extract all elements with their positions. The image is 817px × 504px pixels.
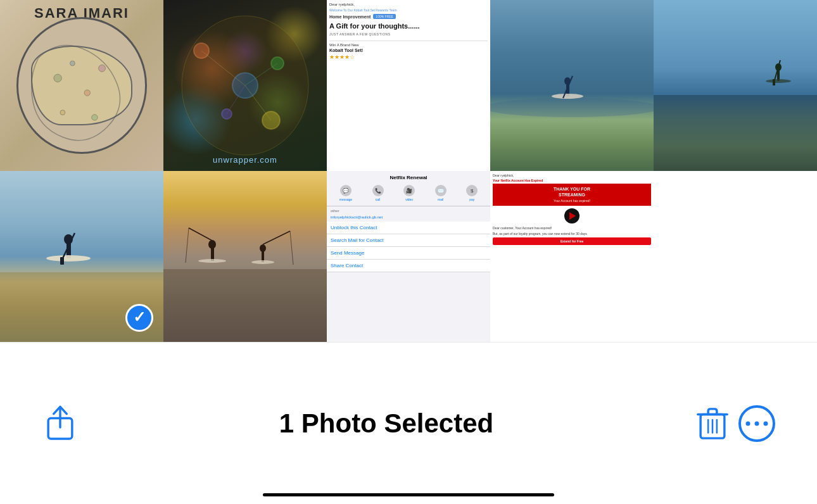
svg-point-55 [755, 421, 759, 425]
contact-email[interactable]: inforyelphi​ckscit@aulick.gb.net [327, 214, 490, 222]
svg-point-0 [54, 74, 61, 82]
svg-point-3 [98, 65, 105, 72]
photo-cell-9[interactable]: Dear ryelphick, Your Netflix Account Has… [490, 171, 654, 342]
contact-action-pay-label: pay [469, 198, 474, 201]
svg-point-54 [746, 421, 750, 425]
svg-point-1 [84, 90, 90, 96]
email-subtext: JUST ANSWER A FEW QUESTIONS [329, 32, 488, 36]
contact-menu-unblock[interactable]: Unblock this Contact [327, 222, 490, 234]
contact-action-video[interactable]: 🎥 video [403, 185, 415, 201]
svg-rect-34 [60, 257, 64, 265]
svg-rect-23 [654, 95, 817, 171]
svg-point-17 [490, 98, 654, 117]
svg-point-37 [208, 240, 216, 249]
email-win-text: Win A Brand New [329, 43, 488, 47]
photo-cell-2[interactable]: unwrapper.com [163, 0, 327, 171]
svg-point-20 [552, 94, 583, 99]
pay-icon: $ [466, 185, 478, 196]
svg-rect-35 [163, 269, 327, 342]
email-headline: A Gift for your thoughts...... [329, 22, 488, 30]
home-indicator [263, 493, 554, 496]
svg-line-41 [186, 228, 189, 263]
svg-point-2 [70, 61, 75, 66]
netflix-subject: Your Netflix Account Has Expired [493, 179, 651, 182]
photo-cell-4[interactable] [490, 0, 654, 171]
mail-icon: ✉️ [435, 185, 446, 196]
contact-action-video-label: video [405, 198, 413, 201]
contact-menu-send-message[interactable]: Send Message [327, 247, 490, 260]
contact-section-label: other [327, 206, 490, 214]
netflix-banner: THANK YOU FOR STREAMING Your Account has… [493, 184, 651, 206]
video-icon: 🎥 [403, 185, 415, 196]
contact-menu-search-mail[interactable]: Search Mail for Contact [327, 234, 490, 247]
netflix-message: Dear customer, Your Account has expired! [493, 226, 651, 230]
contact-action-call-label: call [376, 198, 381, 201]
svg-point-44 [198, 259, 226, 263]
share-button[interactable] [38, 401, 82, 446]
photo-cell-8[interactable]: Netflix Renewal 💬 message 📞 call 🎥 video [327, 171, 490, 342]
photo-cell-3[interactable]: Dear ryelphick, Welcome To Our Kobalt To… [327, 0, 490, 171]
toolbar-title: 1 Photo Selected [82, 408, 690, 439]
photo-cell-7[interactable] [163, 171, 327, 342]
contact-actions-row: 💬 message 📞 call 🎥 video ✉️ mail [329, 183, 488, 203]
contact-action-message-label: message [339, 198, 352, 201]
selection-checkmark: ✓ [125, 304, 153, 332]
contact-action-mail[interactable]: ✉️ mail [435, 185, 446, 201]
svg-point-5 [92, 115, 98, 120]
message-icon: 💬 [340, 185, 352, 196]
svg-point-26 [766, 79, 791, 83]
email-category: Home Improvement [329, 15, 370, 19]
svg-point-32 [46, 255, 91, 261]
email-stars: ★★★★☆ [329, 54, 488, 60]
delete-button[interactable] [690, 401, 735, 446]
phone-icon: 📞 [372, 185, 384, 196]
netflix-cta[interactable]: Extend for Free [493, 237, 651, 245]
svg-point-39 [260, 244, 266, 252]
svg-line-43 [290, 231, 293, 265]
photo-cell-5[interactable] [654, 0, 817, 171]
contact-panel-title: Netflix Renewal [329, 175, 488, 180]
contact-action-message[interactable]: 💬 message [339, 185, 352, 201]
netflix-greeting: Dear ryelphick, [493, 173, 651, 177]
contact-panel: Netflix Renewal 💬 message 📞 call 🎥 video [327, 171, 490, 342]
svg-point-56 [764, 421, 768, 425]
netflix-logo [564, 208, 580, 224]
play-icon [569, 212, 576, 220]
contact-action-pay[interactable]: $ pay [466, 185, 478, 201]
photo-grid: SARA IMARI [0, 0, 817, 342]
contact-action-call[interactable]: 📞 call [372, 185, 384, 201]
photo-cell-1[interactable]: SARA IMARI [0, 0, 163, 171]
svg-line-42 [263, 231, 290, 244]
photo-2-watermark: unwrapper.com [163, 155, 327, 165]
svg-line-40 [189, 228, 212, 241]
svg-point-4 [60, 110, 65, 115]
more-button[interactable] [735, 401, 779, 446]
contact-menu-share-contact[interactable]: Share Contact [327, 260, 490, 272]
email-greeting: Dear ryelphick, [329, 3, 488, 6]
svg-rect-28 [773, 79, 775, 85]
email-tool-name: Kobalt Tool Set! [329, 48, 488, 53]
bottom-toolbar: 1 Photo Selected [0, 342, 817, 504]
netflix-sub-message: But, as part of our loyalty program, you… [493, 232, 651, 236]
contact-action-mail-label: mail [438, 198, 443, 201]
photo-1-map [16, 17, 147, 154]
photo-cell-6[interactable]: ✓ [0, 171, 163, 342]
email-badge: 100% FREE [373, 14, 396, 19]
svg-point-45 [251, 260, 274, 264]
netflix-logo-area [493, 208, 651, 224]
